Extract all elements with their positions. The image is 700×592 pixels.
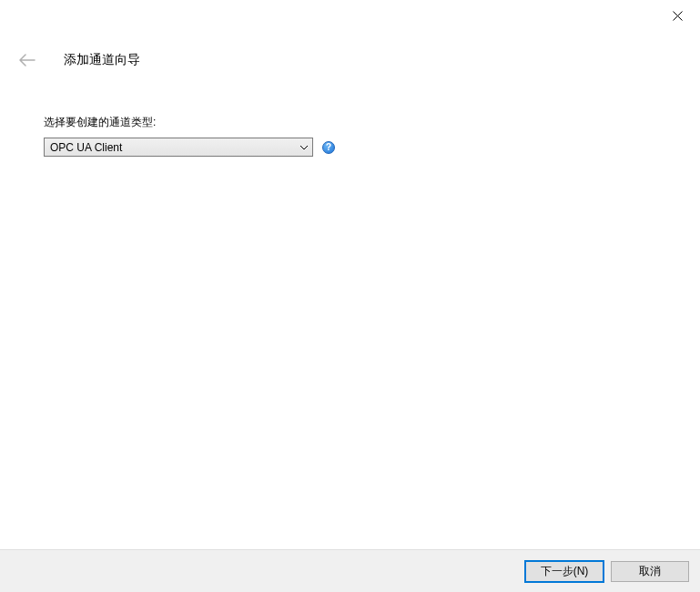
close-icon bbox=[673, 11, 683, 21]
close-button[interactable] bbox=[657, 2, 698, 29]
help-icon[interactable]: ? bbox=[322, 141, 335, 154]
wizard-content: 选择要创建的通道类型: OPC UA Client ? bbox=[44, 115, 656, 157]
cancel-button[interactable]: 取消 bbox=[611, 561, 689, 582]
titlebar bbox=[0, 0, 700, 33]
next-button[interactable]: 下一步(N) bbox=[525, 561, 604, 582]
wizard-header: 添加通道向导 bbox=[0, 42, 700, 78]
dropdown-selected-value: OPC UA Client bbox=[50, 141, 122, 154]
channel-type-dropdown[interactable]: OPC UA Client bbox=[44, 138, 313, 157]
channel-type-prompt: 选择要创建的通道类型: bbox=[44, 115, 656, 130]
chevron-down-icon bbox=[299, 143, 309, 152]
arrow-left-icon bbox=[19, 54, 36, 66]
wizard-title: 添加通道向导 bbox=[64, 52, 140, 68]
back-button[interactable] bbox=[16, 49, 38, 71]
dropdown-row: OPC UA Client ? bbox=[44, 138, 656, 157]
wizard-footer: 下一步(N) 取消 bbox=[0, 549, 700, 592]
